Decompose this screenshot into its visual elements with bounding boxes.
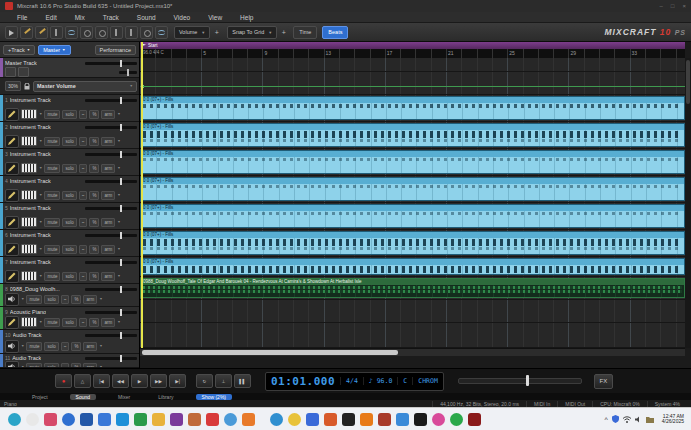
taskbar-app-icon[interactable]	[242, 413, 255, 426]
arm-button[interactable]: arm	[101, 245, 115, 254]
chevron-down-icon[interactable]: ▼	[39, 274, 42, 278]
track-type-icon[interactable]	[5, 340, 19, 353]
add-track-button[interactable]: +Track▼	[3, 45, 35, 55]
fx-toggle[interactable]: %	[89, 318, 99, 327]
midi-clip[interactable]: 0 0 (07+) - Fills	[140, 231, 685, 255]
solo-button[interactable]: solo	[62, 191, 76, 200]
track-header[interactable]: 11 Audio Track ▼ mute solo ~ % arm ▼	[0, 354, 139, 368]
chevron-down-icon[interactable]: ▼	[39, 166, 42, 170]
mute-button[interactable]: mute	[26, 295, 42, 304]
taskbar-app-icon[interactable]	[342, 413, 355, 426]
record-button[interactable]: ●	[55, 374, 72, 388]
piano-roll-icon[interactable]	[21, 163, 37, 173]
track-volume-slider[interactable]	[85, 153, 137, 156]
fx-toggle[interactable]: %	[89, 245, 99, 254]
master-fx-button[interactable]	[5, 67, 16, 77]
tab-show-2-[interactable]: Show (2%)	[196, 394, 232, 400]
menu-item[interactable]: Edit	[36, 14, 65, 21]
piano-roll-icon[interactable]	[21, 109, 37, 119]
key-display[interactable]: C	[397, 377, 412, 385]
chevron-down-icon[interactable]: ▼	[39, 320, 42, 324]
mute-button[interactable]: mute	[44, 218, 60, 227]
automation-param-dropdown[interactable]: Master Volume▼	[33, 81, 137, 92]
chevron-down-icon[interactable]: ▼	[99, 297, 102, 301]
close-button[interactable]: ×	[682, 3, 686, 9]
automation-lane-header[interactable]: 30% Master Volume▼	[0, 78, 139, 95]
mute-button[interactable]: mute	[44, 318, 60, 327]
arm-button[interactable]: arm	[101, 272, 115, 281]
mute-button[interactable]: mute	[44, 272, 60, 281]
track-volume-slider[interactable]	[85, 357, 137, 360]
fx-toggle[interactable]: %	[89, 218, 99, 227]
track-type-icon[interactable]	[5, 270, 19, 283]
chevron-down-icon[interactable]: ▼	[39, 112, 42, 116]
add-automation-button[interactable]: +	[212, 27, 221, 38]
taskbar-app-icon[interactable]	[288, 413, 301, 426]
fx-button[interactable]: FX	[594, 374, 613, 389]
shield-icon[interactable]	[612, 415, 619, 423]
track-volume-slider[interactable]	[85, 288, 137, 291]
taskbar-app-icon[interactable]	[360, 413, 373, 426]
folder-icon[interactable]	[646, 416, 654, 423]
piano-roll-icon[interactable]	[21, 244, 37, 254]
chevron-down-icon[interactable]: ▼	[117, 220, 120, 224]
speaker-icon[interactable]	[155, 26, 168, 39]
vertical-scrollbar[interactable]	[685, 58, 691, 348]
automation-toggle[interactable]: ~	[79, 137, 88, 146]
fx-toggle[interactable]: %	[89, 191, 99, 200]
master-select-button[interactable]: Master▼	[38, 45, 70, 55]
chevron-down-icon[interactable]: ▼	[117, 247, 120, 251]
beats-mode-button[interactable]: Beats	[322, 26, 348, 39]
track-header[interactable]: 7 Instrument Track ▼ mute solo ~ % arm ▼	[0, 257, 139, 284]
track-header[interactable]: 6 Instrument Track ▼ mute solo ~ % arm ▼	[0, 230, 139, 257]
solo-button[interactable]: solo	[62, 110, 76, 119]
playhead[interactable]	[141, 42, 143, 348]
midi-clip[interactable]: 0 0 (07+) - Fills	[140, 150, 685, 174]
track-header[interactable]: 4 Instrument Track ▼ mute solo ~ % arm ▼	[0, 176, 139, 203]
signature-display[interactable]: 4/4	[340, 377, 363, 385]
chevron-down-icon[interactable]: ▼	[117, 112, 120, 116]
automation-toggle[interactable]: ~	[79, 245, 88, 254]
taskbar-app-icon[interactable]	[270, 413, 283, 426]
taskbar-app-icon[interactable]	[306, 413, 319, 426]
arm-button[interactable]: arm	[101, 164, 115, 173]
piano-roll-icon[interactable]	[21, 190, 37, 200]
taskbar-app-icon[interactable]	[62, 413, 75, 426]
master-pan-slider[interactable]	[119, 71, 137, 74]
taskbar-app-icon[interactable]	[396, 413, 409, 426]
solo-button[interactable]: solo	[62, 245, 76, 254]
track-volume-slider[interactable]	[85, 180, 137, 183]
master-volume-slider[interactable]	[85, 62, 137, 65]
fx-toggle[interactable]: %	[89, 272, 99, 281]
master-track-header[interactable]: Master Track	[0, 58, 139, 78]
undo-icon[interactable]	[80, 26, 93, 39]
track-header[interactable]: 2 Instrument Track ▼ mute solo ~ % arm ▼	[0, 122, 139, 149]
taskbar-app-icon[interactable]	[98, 413, 111, 426]
fx-toggle[interactable]: %	[89, 110, 99, 119]
mute-button[interactable]: mute	[44, 191, 60, 200]
marker-strip[interactable]: Start	[140, 42, 685, 49]
timeline-lane[interactable]: 0 0 (07+) - Fills	[140, 230, 685, 257]
chevron-down-icon[interactable]: ▼	[21, 344, 24, 348]
fx-toggle[interactable]: %	[89, 164, 99, 173]
fx-toggle[interactable]: %	[71, 342, 81, 351]
taskbar-app-icon[interactable]	[224, 413, 237, 426]
automation-toggle[interactable]: ~	[79, 218, 88, 227]
magnet-icon[interactable]	[110, 26, 123, 39]
taskbar-app-icon[interactable]	[206, 413, 219, 426]
master-output-slider[interactable]	[458, 378, 582, 384]
track-header[interactable]: 5 Instrument Track ▼ mute solo ~ % arm ▼	[0, 203, 139, 230]
midi-clip[interactable]: 0 0 (07+) - Fills	[140, 258, 685, 275]
fx-toggle[interactable]: %	[71, 295, 81, 304]
track-volume-slider[interactable]	[85, 311, 137, 314]
punch-button[interactable]: ⊥	[215, 374, 232, 388]
chevron-down-icon[interactable]: ▼	[39, 247, 42, 251]
track-header[interactable]: 3 Instrument Track ▼ mute solo ~ % arm ▼	[0, 149, 139, 176]
chevron-down-icon[interactable]: ▼	[117, 320, 120, 324]
timeline-lane[interactable]: 0 0 (07+) - Fills	[140, 95, 685, 122]
automation-toggle[interactable]: ~	[79, 318, 88, 327]
track-type-icon[interactable]	[5, 162, 19, 175]
taskbar-app-icon[interactable]	[44, 413, 57, 426]
arm-button[interactable]: arm	[101, 137, 115, 146]
solo-button[interactable]: solo	[62, 164, 76, 173]
